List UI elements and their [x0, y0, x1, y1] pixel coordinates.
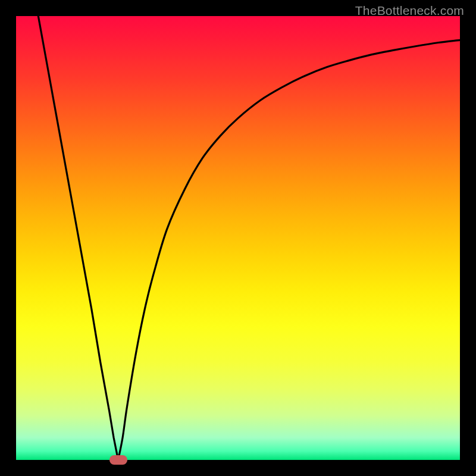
plot-area [16, 16, 460, 460]
watermark-text: TheBottleneck.com [355, 4, 464, 18]
minimum-marker [109, 455, 127, 465]
bottleneck-curve [16, 16, 460, 460]
chart-frame: TheBottleneck.com [0, 0, 476, 476]
